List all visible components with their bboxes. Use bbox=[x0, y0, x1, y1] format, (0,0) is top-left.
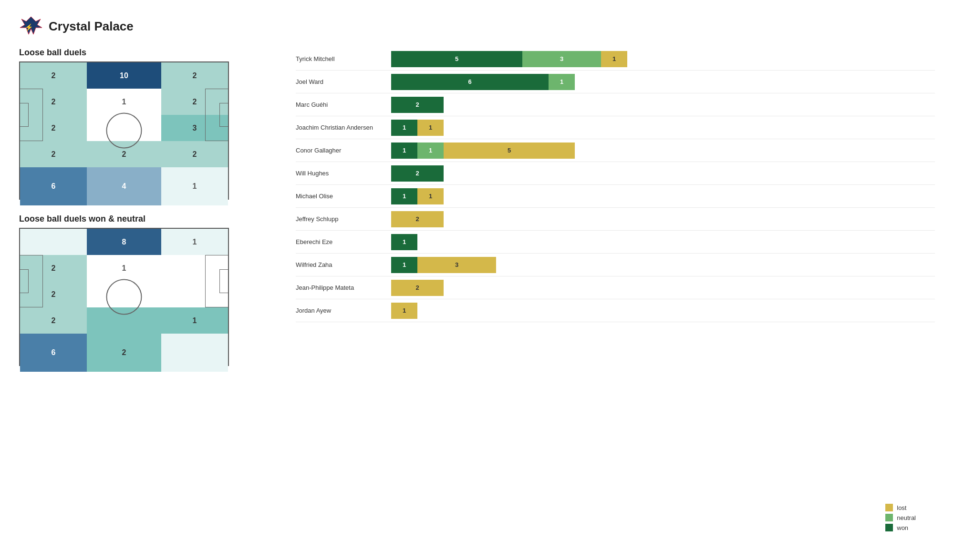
zone-r1c2: 2 bbox=[161, 89, 228, 115]
player-name: Michael Olise bbox=[296, 193, 391, 200]
bar-lost: 2 bbox=[391, 211, 444, 227]
zone-r3c1: 2 bbox=[87, 141, 161, 167]
bar-row: Wilfried Zaha13 bbox=[296, 254, 935, 276]
bar-track: 2 bbox=[391, 211, 444, 227]
player-name: Joel Ward bbox=[296, 78, 391, 85]
bar-neutral: 1 bbox=[549, 74, 575, 90]
p2-zone-r1c0: 2 bbox=[20, 255, 87, 281]
header: ⚡ Crystal Palace bbox=[19, 14, 935, 38]
zone-r1c1: 1 bbox=[87, 89, 161, 115]
zone-r2c0: 2 bbox=[20, 115, 87, 141]
bar-won: 1 bbox=[391, 143, 417, 159]
pitch2-title: Loose ball duels won & neutral bbox=[19, 214, 267, 224]
lost-label: lost bbox=[897, 504, 906, 511]
left-side: Loose ball duels 2 10 2 2 1 2 bbox=[19, 48, 267, 366]
legend-neutral: neutral bbox=[885, 514, 916, 521]
bar-track: 1 bbox=[391, 234, 417, 250]
bar-row: Conor Gallagher115 bbox=[296, 139, 935, 162]
content-area: Loose ball duels 2 10 2 2 1 2 bbox=[19, 48, 935, 366]
zone-r0c2: 2 bbox=[161, 62, 228, 89]
pitch1-section: Loose ball duels 2 10 2 2 1 2 bbox=[19, 48, 267, 200]
zone-r3c2: 2 bbox=[161, 141, 228, 167]
p2-zone-r2c1 bbox=[87, 281, 161, 307]
bar-won: 5 bbox=[391, 51, 522, 67]
p2-zone-r0c2: 1 bbox=[161, 229, 228, 255]
bar-won: 2 bbox=[391, 97, 444, 113]
bar-lost: 5 bbox=[444, 143, 575, 159]
p2-zone-r2c0: 2 bbox=[20, 281, 87, 307]
pitch1: 2 10 2 2 1 2 2 3 2 bbox=[19, 61, 229, 200]
bar-track: 531 bbox=[391, 51, 627, 67]
bar-track: 61 bbox=[391, 74, 575, 90]
zone-r0c1: 10 bbox=[87, 62, 161, 89]
bar-won: 2 bbox=[391, 165, 444, 182]
bar-lost: 3 bbox=[417, 257, 496, 273]
pitch1-grid: 2 10 2 2 1 2 2 3 2 bbox=[20, 62, 228, 199]
legend-lost: lost bbox=[885, 504, 916, 511]
bar-chart: Tyrick Mitchell531Joel Ward61Marc Guéhi2… bbox=[296, 48, 935, 322]
p2-zone-r3c2: 1 bbox=[161, 307, 228, 334]
player-name: Conor Gallagher bbox=[296, 147, 391, 154]
bar-row: Michael Olise11 bbox=[296, 185, 935, 208]
bar-row: Eberechi Eze1 bbox=[296, 231, 935, 254]
player-name: Joachim Christian Andersen bbox=[296, 124, 391, 131]
player-name: Jordan Ayew bbox=[296, 307, 391, 314]
club-logo: ⚡ bbox=[19, 14, 43, 38]
bar-track: 115 bbox=[391, 143, 575, 159]
neutral-label: neutral bbox=[897, 514, 916, 521]
player-name: Wilfried Zaha bbox=[296, 261, 391, 268]
player-name: Marc Guéhi bbox=[296, 101, 391, 108]
bar-won: 1 bbox=[391, 120, 417, 136]
right-side: Tyrick Mitchell531Joel Ward61Marc Guéhi2… bbox=[296, 48, 935, 366]
bar-row: Marc Guéhi2 bbox=[296, 93, 935, 116]
bar-won: 1 bbox=[391, 257, 417, 273]
p2-zone-r1c1: 1 bbox=[87, 255, 161, 281]
zone-r4c0: 6 bbox=[20, 167, 87, 205]
p2-zone-r3c1 bbox=[87, 307, 161, 334]
zone-r2c2: 3 bbox=[161, 115, 228, 141]
bar-row: Will Hughes2 bbox=[296, 162, 935, 185]
bar-lost: 2 bbox=[391, 280, 444, 296]
won-swatch bbox=[885, 524, 893, 531]
bar-track: 2 bbox=[391, 280, 444, 296]
p2-zone-r2c2 bbox=[161, 281, 228, 307]
player-name: Will Hughes bbox=[296, 170, 391, 177]
team-name: Crystal Palace bbox=[49, 19, 134, 34]
bar-row: Jeffrey Schlupp2 bbox=[296, 208, 935, 231]
bar-lost: 1 bbox=[391, 303, 417, 319]
p2-zone-r4c2 bbox=[161, 334, 228, 372]
bar-neutral: 3 bbox=[522, 51, 601, 67]
p2-zone-r4c1: 2 bbox=[87, 334, 161, 372]
legend: lost neutral won bbox=[885, 504, 916, 531]
zone-r4c2: 1 bbox=[161, 167, 228, 205]
bar-won: 6 bbox=[391, 74, 549, 90]
bar-row: Jean-Philippe Mateta2 bbox=[296, 276, 935, 299]
bar-won: 1 bbox=[391, 234, 417, 250]
bar-row: Tyrick Mitchell531 bbox=[296, 48, 935, 71]
bar-lost: 1 bbox=[417, 188, 444, 204]
legend-won: won bbox=[885, 524, 916, 531]
main-container: ⚡ Crystal Palace Loose ball duels 2 10 bbox=[0, 0, 954, 380]
won-label: won bbox=[897, 524, 908, 531]
p2-zone-r3c0: 2 bbox=[20, 307, 87, 334]
zone-r4c1: 4 bbox=[87, 167, 161, 205]
bar-lost: 1 bbox=[601, 51, 627, 67]
bar-won: 1 bbox=[391, 188, 417, 204]
p2-zone-r0c0 bbox=[20, 229, 87, 255]
player-name: Tyrick Mitchell bbox=[296, 55, 391, 62]
p2-zone-r1c2 bbox=[161, 255, 228, 281]
bar-track: 1 bbox=[391, 303, 417, 319]
zone-r1c0: 2 bbox=[20, 89, 87, 115]
pitch2-grid: 8 1 2 1 2 2 bbox=[20, 229, 228, 365]
page-wrapper: ⚡ Crystal Palace Loose ball duels 2 10 bbox=[0, 0, 954, 560]
bar-row: Jordan Ayew1 bbox=[296, 299, 935, 322]
neutral-swatch bbox=[885, 514, 893, 521]
bar-row: Joel Ward61 bbox=[296, 71, 935, 93]
pitch2-section: Loose ball duels won & neutral 8 1 2 1 bbox=[19, 214, 267, 366]
bar-track: 13 bbox=[391, 257, 496, 273]
bar-row: Joachim Christian Andersen11 bbox=[296, 116, 935, 139]
zone-r2c1 bbox=[87, 115, 161, 141]
pitch2: 8 1 2 1 2 2 bbox=[19, 228, 229, 366]
player-name: Jeffrey Schlupp bbox=[296, 215, 391, 223]
bar-track: 11 bbox=[391, 188, 444, 204]
